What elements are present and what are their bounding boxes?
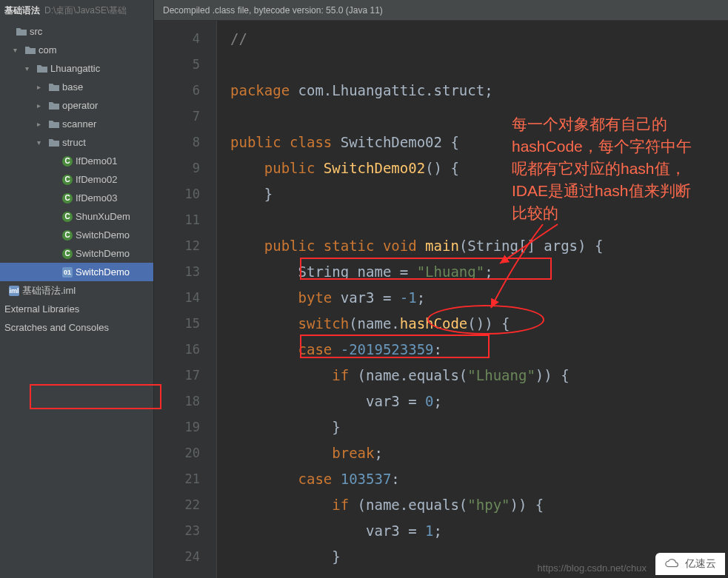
line-number: 21 — [154, 466, 216, 491]
code-line: // — [230, 25, 728, 51]
chevron-right-icon: ▸ — [37, 120, 47, 128]
code-line: break; — [230, 440, 728, 466]
tree-label: com — [39, 44, 57, 56]
line-gutter: 4 5 6 7 8 9 10 11 12 13 14 15 16 17 18 1… — [154, 21, 217, 578]
watermark-text: https://blog.csdn.net/chux — [538, 562, 647, 574]
code-line: package com.Lhuangattic.struct; — [230, 77, 728, 103]
chevron-down-icon: ▾ — [25, 64, 36, 73]
tree-label: IfDemo01 — [76, 155, 117, 167]
code-line: byte var3 = -1; — [230, 284, 728, 310]
project-tree[interactable]: ▾ src ▾ com ▾ Lhuangattic ▸ base ▸ — [0, 21, 153, 578]
scratches-consoles[interactable]: Scratches and Consoles — [0, 318, 153, 337]
editor-body[interactable]: 4 5 6 7 8 9 10 11 12 13 14 15 16 17 18 1… — [154, 21, 728, 578]
tree-file-switch3-selected[interactable]: 01 SwitchDemo — [0, 263, 153, 281]
tree-label: base — [62, 81, 83, 93]
code-line: case 103537: — [230, 466, 728, 491]
line-number: 17 — [154, 362, 216, 388]
breadcrumb: 基础语法 D:\桌面\JavaSE\基础 — [0, 0, 153, 21]
line-number: 6 — [154, 77, 216, 103]
tree-folder-scanner[interactable]: ▸ scanner — [0, 115, 153, 133]
code-line: switch(name.hashCode()) { — [230, 310, 728, 336]
external-libraries[interactable]: External Libraries — [0, 300, 153, 318]
code-line: if (name.equals("Lhuang")) { — [230, 362, 728, 388]
code-line: public static void main(String[] args) { — [230, 232, 728, 258]
tree-file-iml[interactable]: iml 基础语法.iml — [0, 281, 153, 300]
scratch-label: Scratches and Consoles — [4, 322, 109, 333]
annotation-text: 每一个对象都有自己的 hashCode，每个字符中午 呢都有它对应的hash值，… — [512, 113, 727, 224]
folder-icon — [24, 46, 37, 55]
line-number: 8 — [154, 129, 216, 155]
cloud-icon — [664, 558, 681, 570]
line-number: 11 — [154, 206, 216, 232]
tree-folder-struct[interactable]: ▾ struct — [0, 133, 153, 152]
line-number: 24 — [154, 543, 216, 569]
tree-label: scanner — [62, 118, 96, 130]
code-line: case -2019523359: — [230, 336, 728, 362]
code-line: String name = "Lhuang"; — [230, 258, 728, 284]
line-number: 13 — [154, 258, 216, 284]
tree-label: 基础语法.iml — [22, 284, 76, 298]
line-number: 10 — [154, 181, 216, 206]
tree-file-shunxu[interactable]: C ShunXuDem — [0, 207, 153, 226]
tree-label: src — [30, 26, 42, 37]
tree-folder-package[interactable]: ▾ Lhuangattic — [0, 59, 153, 78]
java-class-icon: C — [61, 156, 74, 167]
chevron-down-icon: ▾ — [13, 46, 24, 54]
class-file-icon: 01 — [61, 267, 74, 278]
line-number: 16 — [154, 336, 216, 362]
folder-icon — [47, 120, 61, 129]
line-number: 15 — [154, 310, 216, 336]
tree-file-ifdemo02[interactable]: C IfDemo02 — [0, 170, 153, 189]
code-line: } — [230, 414, 728, 440]
folder-icon — [36, 64, 49, 73]
tree-label: SwitchDemo — [76, 248, 130, 259]
iml-file-icon: iml — [7, 286, 21, 296]
code-area[interactable]: // package com.Lhuangattic.struct; publi… — [217, 21, 728, 578]
code-line: var3 = 1; — [230, 517, 728, 543]
code-line: if (name.equals("hpy")) { — [230, 491, 728, 517]
tree-folder-src[interactable]: ▾ src — [0, 22, 153, 41]
tree-label: IfDemo03 — [76, 192, 117, 204]
code-line: } — [230, 543, 728, 569]
line-number: 5 — [154, 51, 216, 77]
line-number: 22 — [154, 491, 216, 517]
tree-file-ifdemo03[interactable]: C IfDemo03 — [0, 189, 153, 207]
code-line — [230, 51, 728, 77]
folder-icon — [47, 101, 61, 110]
editor-panel: Decompiled .class file, bytecode version… — [154, 0, 728, 578]
line-number: 20 — [154, 440, 216, 466]
tree-folder-operator[interactable]: ▸ operator — [0, 96, 153, 115]
tree-label: SwitchDemo — [76, 266, 130, 278]
tree-file-switch2[interactable]: C SwitchDemo — [0, 244, 153, 263]
java-class-icon: C — [61, 175, 74, 185]
banner-text: Decompiled .class file, bytecode version… — [163, 5, 383, 16]
tree-file-switch1[interactable]: C SwitchDemo — [0, 226, 153, 244]
line-number: 9 — [154, 155, 216, 181]
code-line: var3 = 0; — [230, 388, 728, 414]
tree-label: Lhuangattic — [50, 63, 100, 74]
java-class-icon: C — [61, 193, 74, 204]
tree-file-ifdemo01[interactable]: C IfDemo01 — [0, 152, 153, 170]
line-number: 19 — [154, 414, 216, 440]
tree-label: ShunXuDem — [76, 211, 130, 222]
logo-badge: 亿速云 — [655, 553, 725, 575]
tree-label: operator — [62, 100, 98, 111]
java-class-icon: C — [61, 230, 74, 241]
tree-folder-base[interactable]: ▸ base — [0, 78, 153, 96]
folder-icon — [15, 27, 28, 36]
tree-folder-com[interactable]: ▾ com — [0, 41, 153, 59]
line-number: 4 — [154, 25, 216, 51]
line-number: 14 — [154, 284, 216, 310]
line-number: 7 — [154, 103, 216, 129]
project-tree-panel: 基础语法 D:\桌面\JavaSE\基础 ▾ src ▾ com ▾ Lhuan… — [0, 0, 154, 578]
chevron-right-icon: ▸ — [37, 83, 47, 91]
line-number: 23 — [154, 517, 216, 543]
line-number: 18 — [154, 388, 216, 414]
tree-label: IfDemo02 — [76, 174, 117, 185]
java-class-icon: C — [61, 212, 74, 222]
chevron-right-icon: ▸ — [37, 101, 47, 110]
logo-text: 亿速云 — [685, 557, 716, 571]
tree-label: struct — [62, 137, 86, 148]
project-name: 基础语法 — [4, 4, 40, 17]
tree-label: SwitchDemo — [76, 229, 130, 241]
